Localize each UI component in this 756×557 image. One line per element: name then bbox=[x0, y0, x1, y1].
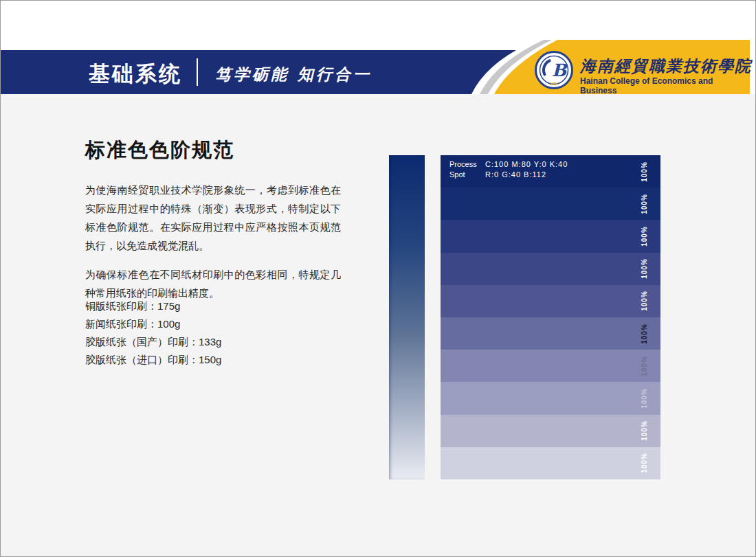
intro-paragraph: 为使海南经贸职业技术学院形象统一，考虑到标准色在实际应用过程中的特殊（渐变）表现… bbox=[85, 181, 341, 255]
emblem-letter: B bbox=[552, 60, 568, 80]
swatch-percentage-label: 100% bbox=[641, 323, 649, 344]
process-value: C:100 M:80 Y:0 K:40 bbox=[485, 159, 568, 170]
swatch-row: 100% bbox=[441, 350, 660, 382]
swatch-row: 100% bbox=[441, 187, 660, 220]
swatch-percentage-label: 100% bbox=[641, 194, 649, 214]
swatch-percentage-label: 100% bbox=[641, 161, 649, 182]
process-spot-block: Process C:100 M:80 Y:0 K:40 Spot R:0 G:4… bbox=[449, 159, 628, 180]
college-emblem: B 1984 bbox=[534, 50, 574, 90]
swatch-percentage-label: 100% bbox=[641, 258, 649, 279]
process-label: Process bbox=[449, 159, 485, 170]
header-slogan: 笃学砺能 知行合一 bbox=[215, 64, 372, 85]
swatch-row: 100% bbox=[441, 285, 660, 317]
spot-label: Spot bbox=[449, 170, 485, 180]
header-divider bbox=[197, 58, 198, 86]
page-title: 标准色色阶规范 bbox=[85, 137, 234, 164]
swatch-row: 100% bbox=[441, 382, 660, 414]
process-line: Process C:100 M:80 Y:0 K:40 bbox=[449, 159, 628, 170]
print-spec-line: 胶版纸张（国产）印刷：133g bbox=[85, 333, 341, 351]
swatch-percentage-label: 100% bbox=[641, 291, 649, 312]
paper-spec-paragraph: 为确保标准色在不同纸材印刷中的色彩相同，特规定几种常用纸张的印刷输出精度。 bbox=[85, 265, 341, 302]
print-spec-list: 铜版纸张印刷：175g新闻纸张印刷：100g胶版纸张（国产）印刷：133g胶版纸… bbox=[85, 297, 341, 369]
gradient-bar bbox=[389, 155, 425, 479]
spot-line: Spot R:0 G:40 B:112 bbox=[449, 170, 628, 180]
emblem-year: 1984 bbox=[549, 82, 559, 86]
swatch-percentage-label: 100% bbox=[641, 388, 649, 409]
swatch-percentage-label: 100% bbox=[641, 226, 649, 247]
swatch-percentage-label: 100% bbox=[641, 356, 649, 376]
vi-manual-page: { "header": { "section_title": "基础系统", "… bbox=[0, 0, 756, 557]
swatch-row: 100% bbox=[441, 447, 660, 479]
print-spec-line: 胶版纸张（进口）印刷：150g bbox=[85, 351, 341, 369]
swatch-row: 100% bbox=[441, 220, 660, 252]
section-title: 基础系统 bbox=[89, 60, 182, 89]
swatch-row: 100% bbox=[441, 415, 660, 447]
print-spec-line: 铜版纸张印刷：175g bbox=[85, 297, 341, 315]
swatch-percentage-label: 100% bbox=[641, 453, 649, 473]
college-name-cn: 海南經貿職業技術學院 bbox=[580, 56, 738, 77]
college-name-en: Hainan College of Economics and Business bbox=[580, 76, 745, 95]
print-spec-line: 新闻纸张印刷：100g bbox=[85, 315, 341, 333]
spot-value: R:0 G:40 B:112 bbox=[485, 170, 546, 180]
color-scale-panel: 100%100%100%100%100%100%100%100%100%100% bbox=[441, 155, 660, 479]
swatch-row: 100% bbox=[441, 317, 660, 350]
swatch-row: 100% bbox=[441, 253, 660, 285]
swatch-percentage-label: 100% bbox=[641, 420, 649, 441]
